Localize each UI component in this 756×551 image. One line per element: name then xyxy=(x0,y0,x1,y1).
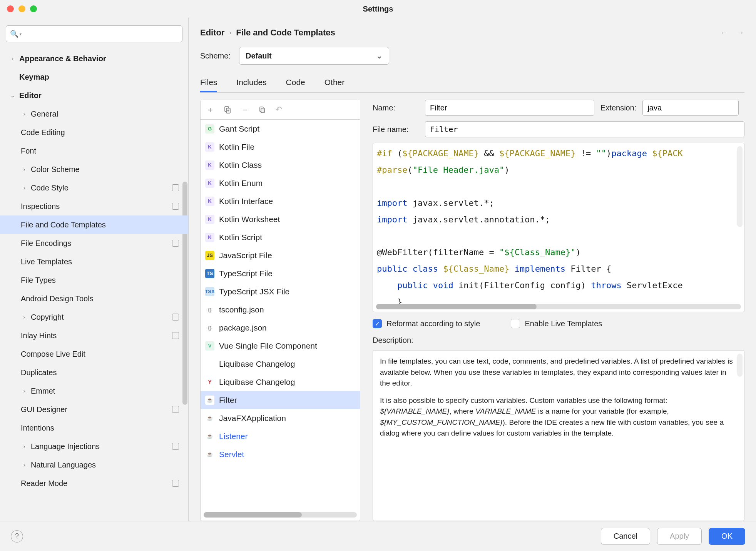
project-scope-icon xyxy=(172,240,179,247)
sidebar-item-font[interactable]: Font xyxy=(0,142,188,160)
sidebar-item-file-and-code-templates[interactable]: File and Code Templates xyxy=(0,215,188,234)
sidebar-item-file-encodings[interactable]: File Encodings xyxy=(0,234,188,252)
window-minimize-button[interactable] xyxy=(18,5,25,12)
sidebar-item-live-templates[interactable]: Live Templates xyxy=(0,252,188,271)
filetype-icon: ☕ xyxy=(205,396,214,405)
template-item-typescript-file[interactable]: TSTypeScript File xyxy=(201,264,360,282)
template-item-kotlin-script[interactable]: KKotlin Script xyxy=(201,228,360,246)
template-item-filter[interactable]: ☕Filter xyxy=(201,391,360,409)
template-item-typescript-jsx-file[interactable]: TSXTypeScript JSX File xyxy=(201,282,360,301)
filetype-icon: K xyxy=(205,179,214,188)
copy-button[interactable] xyxy=(258,106,266,114)
sidebar-item-appearance-behavior[interactable]: ›Appearance & Behavior xyxy=(0,49,188,68)
sidebar-item-copyright[interactable]: ›Copyright xyxy=(0,308,188,326)
template-item-liquibase-changelog[interactable]: Liquibase Changelog xyxy=(201,355,360,373)
settings-tree[interactable]: ›Appearance & BehaviorKeymap⌄Editor›Gene… xyxy=(0,47,188,521)
tab-includes[interactable]: Includes xyxy=(236,75,266,92)
expand-arrow-icon: › xyxy=(21,314,28,320)
sidebar-item-inlay-hints[interactable]: Inlay Hints xyxy=(0,326,188,345)
reformat-checkbox[interactable]: ✓ Reformat according to style xyxy=(373,319,480,328)
template-item-javafxapplication[interactable]: ☕JavaFXApplication xyxy=(201,409,360,427)
vertical-scrollbar[interactable] xyxy=(737,354,743,377)
project-scope-icon xyxy=(172,480,179,487)
template-item-label: Filter xyxy=(219,396,237,405)
expand-arrow-icon: › xyxy=(21,388,28,394)
sidebar-item-color-scheme[interactable]: ›Color Scheme xyxy=(0,160,188,179)
help-button[interactable]: ? xyxy=(11,530,23,543)
tab-files[interactable]: Files xyxy=(200,75,217,92)
template-item-servlet[interactable]: ☕Servlet xyxy=(201,445,360,463)
template-item-label: Kotlin Class xyxy=(219,160,262,170)
forward-button[interactable]: → xyxy=(736,28,744,38)
template-name-input[interactable] xyxy=(425,100,594,116)
window-close-button[interactable] xyxy=(7,5,14,12)
window-title: Settings xyxy=(363,5,393,13)
sidebar-item-label: Emmet xyxy=(31,387,55,396)
description-box[interactable]: In file templates, you can use text, cod… xyxy=(373,350,744,521)
sidebar-item-duplicates[interactable]: Duplicates xyxy=(0,363,188,382)
vertical-scrollbar[interactable] xyxy=(737,146,743,227)
template-item-javascript-file[interactable]: JSJavaScript File xyxy=(201,246,360,264)
back-button[interactable]: ← xyxy=(720,28,728,38)
sidebar-item-gui-designer[interactable]: GUI Designer xyxy=(0,400,188,419)
sidebar-item-inspections[interactable]: Inspections xyxy=(0,197,188,215)
copy-template-button[interactable]: + xyxy=(224,106,231,114)
tab-other[interactable]: Other xyxy=(324,75,345,92)
template-code-editor[interactable]: #if (${PACKAGE_NAME} && ${PACKAGE_NAME} … xyxy=(373,143,744,312)
template-item-kotlin-class[interactable]: KKotlin Class xyxy=(201,156,360,174)
sidebar-item-editor[interactable]: ⌄Editor xyxy=(0,86,188,105)
sidebar-item-general[interactable]: ›General xyxy=(0,105,188,123)
revert-button[interactable]: ↶ xyxy=(275,105,282,115)
settings-search-input[interactable]: 🔍 ▾ xyxy=(6,25,182,42)
ok-button[interactable]: OK xyxy=(709,528,745,545)
sidebar-item-android-design-tools[interactable]: Android Design Tools xyxy=(0,289,188,308)
template-toolbar: ＋ + － ↶ xyxy=(201,100,360,120)
sidebar-item-natural-languages[interactable]: ›Natural Languages xyxy=(0,456,188,474)
template-item-kotlin-enum[interactable]: KKotlin Enum xyxy=(201,174,360,192)
chevron-down-icon: ▾ xyxy=(20,32,22,36)
window-maximize-button[interactable] xyxy=(30,5,37,12)
footer: ? Cancel Apply OK xyxy=(0,521,756,551)
apply-button[interactable]: Apply xyxy=(657,528,702,545)
expand-arrow-icon: ⌄ xyxy=(9,92,16,99)
horizontal-scrollbar[interactable] xyxy=(376,304,741,309)
template-extension-input[interactable] xyxy=(642,100,739,116)
sidebar-item-intentions[interactable]: Intentions xyxy=(0,419,188,437)
template-list[interactable]: GGant ScriptKKotlin FileKKotlin ClassKKo… xyxy=(201,120,360,512)
template-item-label: package.json xyxy=(219,323,267,332)
live-templates-checkbox[interactable]: Enable Live Templates xyxy=(511,319,602,328)
template-item-vue-single-file-component[interactable]: VVue Single File Component xyxy=(201,337,360,355)
template-filename-input[interactable] xyxy=(425,121,744,137)
sidebar-item-keymap[interactable]: Keymap xyxy=(0,68,188,86)
cancel-button[interactable]: Cancel xyxy=(601,528,650,545)
template-item-label: JavaFXApplication xyxy=(219,414,286,423)
breadcrumb-parent[interactable]: Editor xyxy=(200,28,225,38)
template-item-kotlin-file[interactable]: KKotlin File xyxy=(201,138,360,156)
template-item-listener[interactable]: ☕Listener xyxy=(201,427,360,445)
horizontal-scrollbar[interactable] xyxy=(204,512,357,518)
sidebar-item-code-style[interactable]: ›Code Style xyxy=(0,179,188,197)
reformat-label: Reformat according to style xyxy=(386,319,480,328)
sidebar-item-label: Editor xyxy=(19,91,42,100)
scheme-value: Default xyxy=(246,52,272,60)
template-item-label: Kotlin Interface xyxy=(219,197,273,206)
template-item-kotlin-worksheet[interactable]: KKotlin Worksheet xyxy=(201,210,360,228)
template-item-tsconfig-json[interactable]: {}tsconfig.json xyxy=(201,301,360,319)
remove-template-button[interactable]: － xyxy=(241,104,249,115)
template-item-package-json[interactable]: {}package.json xyxy=(201,319,360,337)
sidebar-item-emmet[interactable]: ›Emmet xyxy=(0,382,188,400)
sidebar-item-code-editing[interactable]: Code Editing xyxy=(0,123,188,142)
scheme-select[interactable]: Default ⌄ xyxy=(239,47,389,65)
sidebar-item-language-injections[interactable]: ›Language Injections xyxy=(0,437,188,456)
tab-code[interactable]: Code xyxy=(286,75,305,92)
svg-text:+: + xyxy=(227,109,229,113)
template-item-liquibase-changelog[interactable]: YLiquibase Changelog xyxy=(201,373,360,391)
template-item-gant-script[interactable]: GGant Script xyxy=(201,120,360,138)
template-item-label: Servlet xyxy=(219,450,244,459)
add-template-button[interactable]: ＋ xyxy=(206,104,214,115)
sidebar-item-reader-mode[interactable]: Reader Mode xyxy=(0,474,188,493)
sidebar-item-compose-live-edit[interactable]: Compose Live Edit xyxy=(0,345,188,363)
template-item-kotlin-interface[interactable]: KKotlin Interface xyxy=(201,192,360,210)
titlebar: Settings xyxy=(0,0,756,18)
sidebar-item-file-types[interactable]: File Types xyxy=(0,271,188,289)
